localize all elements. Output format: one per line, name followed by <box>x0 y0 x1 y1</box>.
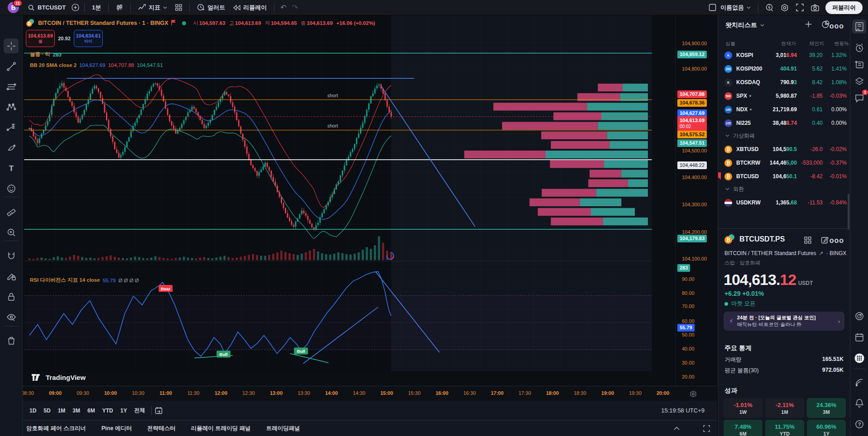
layout-icon[interactable] <box>709 4 716 11</box>
watchlist-panel-button[interactable] <box>852 19 866 33</box>
drawing-lock-tool-button[interactable] <box>4 269 19 284</box>
prediction-fork-tool-button[interactable] <box>4 120 19 135</box>
replay-button[interactable]: 리플레이 <box>229 1 271 14</box>
chart-style-button[interactable] <box>112 1 127 14</box>
watchlist-heatmap-icon[interactable] <box>821 20 830 30</box>
watchlist-row[interactable]: USDKRW1,365.68-11.53-0.84% <box>718 196 850 209</box>
quick-search-icon[interactable] <box>762 4 777 12</box>
price-level-badge: 104,707.88 <box>677 90 707 98</box>
data-feed-panel-button[interactable] <box>852 375 866 389</box>
interval-button[interactable]: 1분 <box>88 1 105 14</box>
indicators-button[interactable]: 지표 <box>134 1 171 14</box>
hide-drawings-tool-button[interactable] <box>4 309 19 324</box>
bottom-tab[interactable]: 리플레이 트레이딩 패널 <box>191 425 251 432</box>
watchlist-row[interactable]: KKOSPI3,016.9439.201.32% <box>718 48 850 62</box>
notifications-panel-button[interactable] <box>852 396 866 410</box>
news-banner[interactable]: ⚡ 24분 전 · [오늘의 글로벌 관심 코인] 매직뉴턴·비트코인·솔라나 … <box>724 312 844 331</box>
remove-drawings-tool-button[interactable] <box>4 333 19 348</box>
lock-all-tool-button[interactable] <box>4 289 19 304</box>
ruler-tool-button[interactable] <box>4 204 19 219</box>
symbol-detail-header[interactable]: ₿ BTCUSDT.PS <box>724 234 785 244</box>
watchlist-row[interactable]: 200KOSPI200404.915.621.41% <box>718 62 850 76</box>
trend-line-tool-button[interactable] <box>4 59 19 74</box>
symbol-menu-icon[interactable]: ooo <box>830 237 844 245</box>
watchlist-row[interactable]: ₿XBTUSD104,590.5-26.0-0.02% <box>718 142 850 156</box>
camera-icon[interactable] <box>807 4 823 11</box>
panel-maximize-icon[interactable] <box>703 425 710 432</box>
symbol-legend[interactable]: ₿ BITCOIN / TETHER Standard Futures · 1 … <box>26 19 376 27</box>
symbol-detail-title: BTCUSDT.PS <box>739 235 785 243</box>
watchlist-row[interactable]: 500SPX5,980.87-1.85-0.03% <box>718 89 850 103</box>
layout-name-button[interactable]: 이름없음 <box>716 1 755 14</box>
symbol-subtitle[interactable]: BITCOIN / TETHER Standard Futures ↗ · BI… <box>724 250 846 256</box>
watchlist-row[interactable]: ₿BTCKRW144,465,00-533,000-0.37% <box>718 156 850 170</box>
object-tree-panel-button[interactable] <box>852 74 866 88</box>
help-panel-button[interactable]: ? <box>852 417 866 431</box>
zoom-in-tool-button[interactable] <box>4 225 19 240</box>
watchlist-row[interactable]: 225NI22538,488.740.400.00% <box>718 116 850 130</box>
symbol-grid-icon[interactable] <box>804 237 811 246</box>
timezone-settings-button[interactable] <box>688 389 698 399</box>
bottom-tab[interactable]: Pine 에디터 <box>101 425 132 432</box>
range-button-1m[interactable]: 1M <box>55 406 69 416</box>
range-button-3m[interactable]: 3M <box>69 406 83 416</box>
watchlist-row[interactable]: KKOSDAQ790.938.421.08% <box>718 76 850 89</box>
user-avatar[interactable]: B11 <box>8 2 19 13</box>
alert-button[interactable]: 얼러트 <box>193 1 229 14</box>
range-button-1d[interactable]: 1D <box>26 406 39 416</box>
volume-legend[interactable]: 볼륨 · 틱 283 <box>30 51 62 58</box>
apps-panel-button[interactable] <box>852 351 866 365</box>
panel-collapse-icon[interactable] <box>674 427 680 430</box>
range-button-6m[interactable]: 6M <box>84 406 98 416</box>
watchlist-row[interactable]: ₿BTCUSD104,650.1-8.42-0.01% <box>718 170 850 183</box>
indicator-templates-button[interactable] <box>171 1 186 14</box>
emoji-tool-button[interactable] <box>4 181 19 196</box>
bb-legend[interactable]: BB 20 SMA close 2 104,627.69 104,707.88 … <box>30 62 163 68</box>
publish-button[interactable]: 퍼블리쉬 <box>825 1 863 14</box>
crosshair-tool-button[interactable] <box>4 38 19 53</box>
buy-button[interactable]: 104,634.61바이 <box>74 30 103 47</box>
watchlist-add-icon[interactable] <box>805 20 812 30</box>
news-panel-button[interactable] <box>852 57 866 71</box>
chat-panel-button[interactable]: 1 <box>852 91 866 105</box>
range-button-전체[interactable]: 전체 <box>131 405 148 416</box>
watchlist-section[interactable]: 외환 <box>718 183 850 195</box>
redo-icon[interactable]: ↷ <box>289 3 301 12</box>
svg-text:Bull: Bull <box>297 349 305 354</box>
go-to-date-icon[interactable] <box>155 407 163 414</box>
magnet-tool-button[interactable] <box>4 248 19 263</box>
brush-tool-button[interactable] <box>4 140 19 155</box>
calendar-panel-button[interactable] <box>852 330 866 344</box>
bottom-tab[interactable]: 전략테스터 <box>147 425 176 432</box>
chart-canvas[interactable]: shortshortBearBullBull <box>22 15 675 386</box>
undo-icon[interactable]: ↶ <box>278 3 289 12</box>
external-link-icon[interactable]: ↗ <box>819 250 824 256</box>
range-button-ytd[interactable]: YTD <box>99 406 116 416</box>
xabcd-pattern-tool-button[interactable] <box>4 100 19 114</box>
bottom-tab[interactable]: 트레이딩패널 <box>266 425 300 432</box>
flag-icon[interactable] <box>171 19 177 27</box>
watchlist-header[interactable]: 왓치리스트 <box>725 21 764 29</box>
symbol-search-button[interactable]: BTCUSDT <box>24 1 70 14</box>
sell-button[interactable]: 104,613.69셀 <box>26 30 55 47</box>
parallel-channel-tool-button[interactable] <box>4 79 19 94</box>
settings-gear-icon[interactable] <box>777 4 792 12</box>
add-symbol-icon[interactable] <box>72 4 79 11</box>
watchlist-section[interactable]: 가상화폐 <box>718 130 850 142</box>
rsi-legend[interactable]: RSI 다이버전스 지표 14 close 55.79 Ø Ø Ø Ø <box>30 277 139 284</box>
clock-timestamp[interactable]: 15:19:58 UTC+9 <box>661 407 705 414</box>
tradingview-watermark[interactable]: TradingView <box>32 374 86 381</box>
alerts-panel-button[interactable] <box>852 41 866 55</box>
symbol-edit-icon[interactable] <box>821 236 829 246</box>
fullscreen-icon[interactable] <box>792 4 807 11</box>
watchlist-row[interactable]: 100NDX21,719.690.610.00% <box>718 103 850 116</box>
watchlist-scrollbar[interactable] <box>848 194 849 230</box>
range-button-5d[interactable]: 5D <box>40 406 53 416</box>
price-axis[interactable]: 104,900.00104,859.12104,800.00104,707.88… <box>675 15 718 386</box>
time-axis[interactable]: 08:3009:0009:3010:0010:3011:0011:3012:00… <box>22 386 717 401</box>
bottom-tab[interactable]: 암호화폐 페어 스크리너 <box>26 425 86 432</box>
watchlist-menu-icon[interactable]: ooo <box>830 22 844 30</box>
range-button-1y[interactable]: 1Y <box>117 406 130 416</box>
text-tool-button[interactable]: T <box>4 161 19 175</box>
screener-panel-button[interactable] <box>852 309 866 323</box>
